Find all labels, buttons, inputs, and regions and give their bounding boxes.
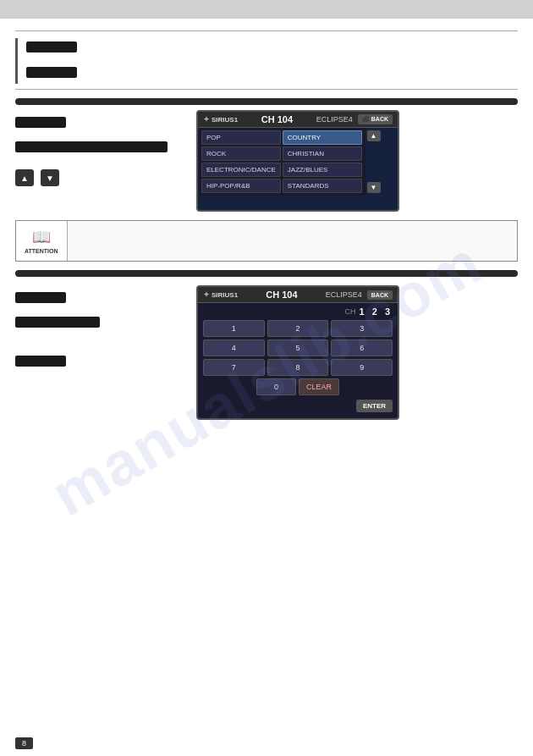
page-number: 8	[15, 737, 33, 749]
num-7[interactable]: 7	[203, 359, 265, 376]
text-bar-5	[15, 292, 66, 303]
arrow-up-button[interactable]: ▲	[15, 169, 34, 186]
genre-with-scroll: POP COUNTRY ROCK CHRISTIAN ELECTRONIC/DA…	[198, 128, 398, 196]
sirius-genre-screen: ✦ SIRIUS1 CH 104 ECLIPSE4 ⬛ BACK POP COU…	[196, 110, 399, 212]
genre-rock[interactable]: ROCK	[201, 146, 281, 161]
scroll-col: ▲ ▼	[365, 128, 382, 196]
genre-hiphop-rnb[interactable]: HIP-POP/R&B	[201, 179, 281, 193]
clear-button[interactable]: CLEAR	[299, 378, 339, 395]
num-6[interactable]: 6	[331, 339, 393, 356]
sirius-ch: CH 104	[243, 114, 311, 124]
numpad-header: ✦ SIRIUS1 CH 104 ECLIPSE4 BACK	[198, 287, 398, 303]
genre-country[interactable]: COUNTRY	[283, 130, 362, 145]
text-bar-6	[15, 317, 100, 328]
text-bar-3	[15, 117, 66, 128]
num-8[interactable]: 8	[267, 359, 329, 376]
back-arrow-icon: ⬛	[362, 116, 370, 122]
section2-left: ▲ ▼	[15, 110, 184, 186]
section2-twocol: ▲ ▼ ✦ SIRIUS1 CH 104 ECLIPSE4 ⬛ BACK	[15, 110, 518, 212]
genre-jazz-blues[interactable]: JAZZ/BLUES	[283, 163, 362, 177]
star-icon: ✦	[203, 115, 210, 124]
attention-icon-area: 📖 ATTENTION	[16, 221, 68, 261]
num-9[interactable]: 9	[331, 359, 393, 376]
page-content: ▲ ▼ ✦ SIRIUS1 CH 104 ECLIPSE4 ⬛ BACK	[0, 19, 533, 432]
ch-label: CH	[345, 307, 356, 316]
genre-christian[interactable]: CHRISTIAN	[283, 146, 362, 161]
section-header-2	[15, 270, 518, 277]
text-bar-7	[15, 356, 66, 367]
attention-content	[68, 221, 517, 261]
sirius-header: ✦ SIRIUS1 CH 104 ECLIPSE4 ⬛ BACK	[198, 112, 398, 128]
enter-button[interactable]: ENTER	[356, 400, 393, 412]
scroll-down-button[interactable]: ▼	[367, 182, 381, 193]
attention-label: ATTENTION	[25, 248, 58, 254]
enter-row: ENTER	[203, 398, 393, 415]
attention-box: 📖 ATTENTION	[15, 220, 518, 262]
numpad-back-button[interactable]: BACK	[367, 290, 393, 300]
num-1[interactable]: 1	[203, 320, 265, 337]
ch-display: CH 1 2 3	[203, 306, 393, 317]
zero-row: 0 CLEAR	[203, 378, 393, 395]
arrow-buttons: ▲ ▼	[15, 169, 184, 186]
sirius-back-button[interactable]: ⬛ BACK	[358, 114, 393, 124]
num-0[interactable]: 0	[256, 378, 296, 395]
sirius-station: ECLIPSE4	[316, 115, 353, 124]
sirius-numpad-screen: ✦ SIRIUS1 CH 104 ECLIPSE4 BACK CH 1 2 3 …	[196, 285, 399, 420]
genre-electronic-dance[interactable]: ELECTRONIC/DANCE	[201, 163, 281, 177]
num-5[interactable]: 5	[267, 339, 329, 356]
divider-2	[15, 89, 518, 90]
numpad-area: CH 1 2 3 1 2 3 4 5 6 7 8 9 0 CLEAR	[198, 303, 398, 418]
sirius-logo: ✦ SIRIUS1	[203, 115, 238, 124]
section3-twocol: ✦ SIRIUS1 CH 104 ECLIPSE4 BACK CH 1 2 3 …	[15, 285, 518, 420]
numpad-sirius-logo: ✦ SIRIUS1	[203, 290, 238, 299]
text-bar-1	[26, 41, 77, 52]
numpad-sirius-ch: CH 104	[243, 290, 321, 300]
genre-grid: POP COUNTRY ROCK CHRISTIAN ELECTRONIC/DA…	[198, 128, 365, 196]
numpad-grid: 1 2 3 4 5 6 7 8 9	[203, 320, 393, 376]
divider-1	[15, 30, 518, 31]
num-2[interactable]: 2	[267, 320, 329, 337]
book-icon: 📖	[32, 228, 51, 246]
section-header-1	[15, 98, 518, 105]
section-block-1	[15, 38, 518, 84]
num-4[interactable]: 4	[203, 339, 265, 356]
top-bar	[0, 0, 533, 19]
arrow-down-button[interactable]: ▼	[41, 169, 59, 186]
genre-pop[interactable]: POP	[201, 130, 281, 145]
numpad-sirius-station: ECLIPSE4	[326, 290, 362, 299]
num-3[interactable]: 3	[331, 320, 393, 337]
numpad-star-icon: ✦	[203, 290, 210, 299]
genre-standards[interactable]: STANDARDS	[283, 179, 362, 193]
text-bar-2	[26, 67, 77, 78]
section3-left	[15, 285, 184, 372]
scroll-up-button[interactable]: ▲	[367, 130, 381, 141]
text-bar-4	[15, 141, 168, 152]
ch-value: 1 2 3	[360, 306, 393, 317]
